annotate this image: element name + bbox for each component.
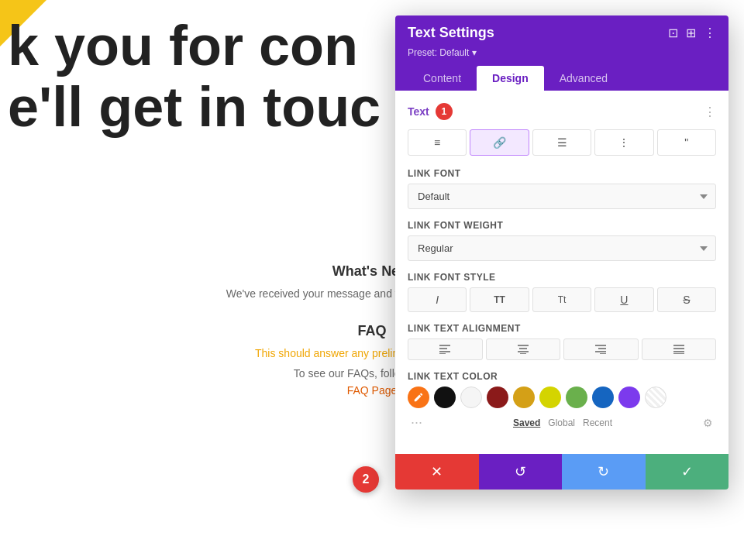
strikethrough-btn[interactable]: S bbox=[657, 287, 716, 312]
link-text-alignment-label: Link Text Alignment bbox=[408, 323, 716, 334]
section-title: Text 1 bbox=[408, 103, 453, 120]
color-tab-recent[interactable]: Recent bbox=[583, 417, 612, 428]
section-menu-icon[interactable]: ⋮ bbox=[704, 105, 716, 119]
style-btn-row: I TT Tt U S bbox=[408, 287, 716, 312]
align-right-btn[interactable] bbox=[563, 338, 639, 360]
align-center-btn[interactable] bbox=[486, 338, 561, 360]
section-header: Text 1 ⋮ bbox=[408, 103, 716, 120]
align-left-btn[interactable] bbox=[408, 338, 483, 360]
svg-rect-7 bbox=[520, 353, 526, 354]
tab-advanced[interactable]: Advanced bbox=[544, 66, 623, 91]
link-font-weight-select[interactable]: Regular bbox=[408, 235, 716, 261]
link-text-color-group: Link Text Color ··· Saved Global bbox=[408, 371, 716, 431]
redo-button[interactable]: ↻ bbox=[562, 454, 646, 490]
color-swatch-white[interactable] bbox=[460, 387, 482, 408]
undo-button[interactable]: ↺ bbox=[479, 454, 563, 490]
svg-rect-5 bbox=[519, 348, 527, 349]
link-font-group: Link Font Default bbox=[408, 168, 716, 209]
toolbar-link-btn[interactable]: 🔗 bbox=[470, 129, 529, 156]
color-tab-saved[interactable]: Saved bbox=[513, 417, 540, 428]
color-tab-group: Saved Global Recent bbox=[513, 417, 612, 428]
columns-icon[interactable]: ⊞ bbox=[686, 26, 696, 40]
svg-rect-2 bbox=[439, 351, 450, 352]
color-swatch-dark-red[interactable] bbox=[487, 387, 508, 408]
color-swatch-transparent[interactable] bbox=[645, 387, 666, 408]
dots-icon[interactable]: ··· bbox=[411, 414, 422, 431]
align-justify-btn[interactable] bbox=[642, 338, 717, 360]
color-swatch-black[interactable] bbox=[434, 387, 456, 408]
toolbar-row: ≡ 🔗 ☰ ⋮ " bbox=[408, 129, 716, 156]
panel-footer: ✕ ↺ ↻ ✓ bbox=[395, 454, 728, 490]
svg-rect-11 bbox=[600, 353, 606, 354]
link-font-select[interactable]: Default bbox=[408, 184, 716, 209]
section-title-text: Text bbox=[408, 105, 429, 118]
align-btn-row bbox=[408, 338, 716, 360]
settings-panel: Text Settings ⊡ ⊞ ⋮ Preset: Default Cont… bbox=[395, 15, 728, 490]
uppercase-btn[interactable]: TT bbox=[470, 287, 529, 312]
italic-btn[interactable]: I bbox=[408, 287, 467, 312]
gear-icon[interactable]: ⚙ bbox=[703, 417, 713, 429]
step-badge-2: 2 bbox=[353, 466, 379, 493]
toolbar-ordered-list-btn[interactable]: ⋮ bbox=[594, 129, 653, 156]
panel-preset[interactable]: Preset: Default bbox=[408, 47, 716, 58]
color-edit-btn[interactable] bbox=[408, 387, 429, 408]
tab-content[interactable]: Content bbox=[408, 66, 477, 91]
svg-rect-3 bbox=[439, 353, 446, 354]
cancel-button[interactable]: ✕ bbox=[395, 454, 479, 490]
link-font-weight-group: Link Font Weight Regular bbox=[408, 220, 716, 261]
tab-design[interactable]: Design bbox=[477, 66, 544, 91]
panel-header-icons: ⊡ ⊞ ⋮ bbox=[668, 26, 716, 40]
panel-tabs: Content Design Advanced bbox=[408, 66, 716, 91]
toolbar-quote-btn[interactable]: " bbox=[657, 129, 716, 156]
svg-rect-6 bbox=[518, 351, 529, 352]
link-text-color-label: Link Text Color bbox=[408, 371, 716, 382]
svg-rect-0 bbox=[439, 345, 450, 346]
step-badge-1: 1 bbox=[436, 103, 453, 120]
color-swatches bbox=[408, 387, 716, 408]
link-text-alignment-group: Link Text Alignment bbox=[408, 323, 716, 360]
svg-rect-15 bbox=[673, 353, 684, 354]
panel-body[interactable]: Text 1 ⋮ ≡ 🔗 ☰ ⋮ " Link Font Default Lin… bbox=[395, 91, 728, 454]
color-row-footer: ··· Saved Global Recent ⚙ bbox=[408, 414, 716, 431]
more-options-icon[interactable]: ⋮ bbox=[704, 26, 716, 40]
link-font-style-group: Link Font Style I TT Tt U S bbox=[408, 272, 716, 312]
color-tab-global[interactable]: Global bbox=[548, 417, 575, 428]
panel-title: Text Settings bbox=[408, 25, 494, 41]
panel-header-top: Text Settings ⊡ ⊞ ⋮ bbox=[408, 25, 716, 41]
capitalize-btn[interactable]: Tt bbox=[532, 287, 591, 312]
panel-header: Text Settings ⊡ ⊞ ⋮ Preset: Default Cont… bbox=[395, 15, 728, 91]
color-swatch-purple[interactable] bbox=[618, 387, 640, 408]
save-button[interactable]: ✓ bbox=[646, 454, 729, 490]
svg-rect-1 bbox=[439, 348, 447, 349]
underline-btn[interactable]: U bbox=[594, 287, 653, 312]
svg-rect-10 bbox=[595, 351, 606, 352]
link-font-weight-label: Link Font Weight bbox=[408, 220, 716, 231]
link-font-label: Link Font bbox=[408, 168, 716, 179]
color-swatch-green[interactable] bbox=[566, 387, 587, 408]
svg-rect-13 bbox=[673, 348, 684, 349]
toolbar-align-btn[interactable]: ≡ bbox=[408, 129, 467, 156]
svg-rect-12 bbox=[673, 345, 684, 346]
color-swatch-blue[interactable] bbox=[592, 387, 614, 408]
svg-rect-8 bbox=[595, 345, 606, 346]
toolbar-list-btn[interactable]: ☰ bbox=[532, 129, 591, 156]
svg-rect-4 bbox=[518, 345, 529, 346]
minimize-icon[interactable]: ⊡ bbox=[668, 26, 678, 40]
color-swatch-yellow[interactable] bbox=[539, 387, 561, 408]
svg-rect-14 bbox=[673, 351, 684, 352]
link-font-style-label: Link Font Style bbox=[408, 272, 716, 283]
color-swatch-gold[interactable] bbox=[513, 387, 535, 408]
svg-rect-9 bbox=[598, 348, 606, 349]
